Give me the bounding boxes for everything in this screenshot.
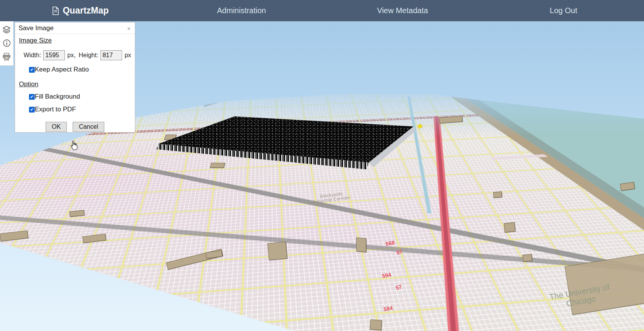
image-size-heading[interactable]: Image Size <box>19 37 52 44</box>
point-cloud-block <box>150 111 424 177</box>
map-building <box>522 254 532 262</box>
map-building <box>493 191 502 198</box>
brand-title: QuartzMap <box>63 5 109 16</box>
keep-aspect-ratio-checkbox[interactable]: ✔ <box>29 67 35 73</box>
railway-line <box>0 214 644 293</box>
info-tool-button[interactable] <box>2 38 12 48</box>
option-heading[interactable]: Option <box>19 80 38 88</box>
export-to-pdf-label: Export to PDF <box>35 106 76 113</box>
document-icon <box>52 7 59 15</box>
fill-background-checkbox[interactable]: ✔ <box>29 94 35 100</box>
keep-aspect-ratio-row[interactable]: ✔ Keep Aspect Ratio <box>29 66 131 73</box>
width-label: Width: <box>24 52 41 59</box>
map-building <box>267 242 287 260</box>
dialog-title: Save Image <box>19 24 54 32</box>
width-unit: px, <box>67 52 75 59</box>
map-building <box>370 319 382 330</box>
export-to-pdf-checkbox[interactable]: ✔ <box>29 107 35 113</box>
map-building <box>504 222 515 233</box>
fill-background-row[interactable]: ✔ Fill Background <box>29 93 131 101</box>
dialog-header[interactable]: Save Image × <box>15 22 135 34</box>
point-cloud-top-face <box>150 111 424 177</box>
ok-button[interactable]: OK <box>46 122 67 132</box>
pier <box>489 154 548 160</box>
map-toolbar <box>0 21 14 66</box>
print-tool-button[interactable] <box>2 52 12 62</box>
height-unit: px <box>124 52 131 59</box>
size-row: Width: px, Height: px <box>24 50 131 60</box>
brand[interactable]: QuartzMap <box>52 5 109 16</box>
height-label: Height: <box>79 52 99 59</box>
info-icon <box>3 39 11 47</box>
cancel-button[interactable]: Cancel <box>73 122 104 132</box>
app-window: QuartzMap Administration View Metadata L… <box>0 0 644 331</box>
nav-item-view-metadata[interactable]: View Metadata <box>377 6 428 15</box>
nav-item-log-out[interactable]: Log Out <box>550 6 577 15</box>
height-input[interactable] <box>100 50 122 60</box>
layers-tool-button[interactable] <box>2 25 12 35</box>
map-building <box>356 237 366 253</box>
nav-item-administration[interactable]: Administration <box>217 6 266 15</box>
fill-background-label: Fill Background <box>35 93 80 101</box>
map-marker-dot <box>418 124 422 128</box>
keep-aspect-ratio-label: Keep Aspect Ratio <box>35 66 89 73</box>
close-icon[interactable]: × <box>126 26 131 31</box>
save-image-dialog: Save Image × Image Size Width: px, Heigh… <box>15 22 135 133</box>
export-to-pdf-row[interactable]: ✔ Export to PDF <box>29 106 131 113</box>
layers-icon <box>2 26 11 34</box>
width-input[interactable] <box>43 50 65 60</box>
top-nav: QuartzMap Administration View Metadata L… <box>0 0 644 21</box>
print-icon <box>2 53 11 61</box>
